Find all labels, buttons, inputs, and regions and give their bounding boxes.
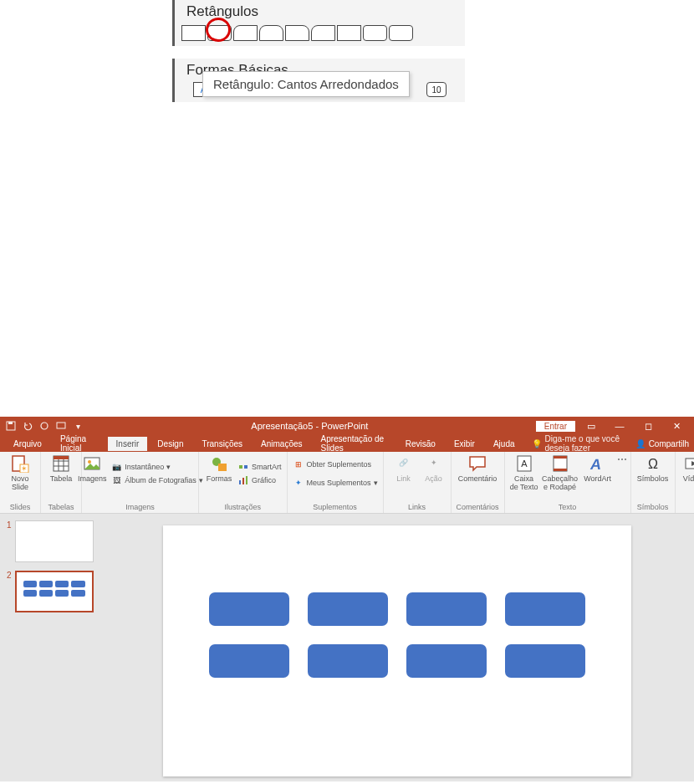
round-single-corner-shape[interactable] [311,25,335,41]
rounded-rectangle-shape-instance[interactable] [406,592,487,626]
svg-rect-20 [242,478,244,484]
screenshot-button[interactable]: 📷Instantâneo▾ [110,461,203,473]
svg-rect-3 [57,423,65,428]
group-links: 🔗 Link ✦ Ação Links [384,452,452,513]
header-footer-label: Cabeçalho e Rodapé [542,475,579,492]
video-button[interactable]: Vídeo [681,453,694,484]
tell-me-search[interactable]: 💡 Diga-me o que você deseja fazer [532,434,634,453]
slide-thumbnail-1[interactable] [15,520,94,562]
rounded-rectangle-shape-instance[interactable] [505,592,585,626]
round-opposite-shape[interactable] [389,25,413,41]
comment-button[interactable]: Comentário [457,453,498,484]
table-label: Tabela [50,475,73,484]
rounded-rectangle-shape-instance[interactable] [209,592,289,626]
share-button[interactable]: 👤 Compartilh [635,439,689,448]
shapes-gallery-panel: Retângulos [172,0,465,46]
signin-button[interactable]: Entrar [536,421,575,432]
group-slides: ✶ Novo Slide Slides [0,452,41,513]
comment-icon [467,453,487,474]
powerpoint-window: ▾ Apresentação5 - PowerPoint Entrar ▭ — … [0,417,694,781]
shapes-on-slide [163,525,631,678]
svg-point-2 [41,423,48,429]
pictures-label: Imagens [78,475,107,484]
svg-text:A: A [589,456,602,473]
group-illustrations: Formas SmartArt Gráfico Ilustrações [199,452,288,513]
numbered-shape[interactable]: 10 [426,82,447,97]
save-icon[interactable] [5,420,17,432]
wordart-button[interactable]: A WordArt [582,453,614,484]
screenshot-icon: 📷 [110,461,122,473]
header-footer-button[interactable]: Cabeçalho e Rodapé [542,453,579,492]
rounded-rectangle-shape-instance[interactable] [406,644,487,678]
group-addins: ⊞Obter Suplementos ✦Meus Suplementos▾ Su… [288,452,384,513]
textbox-label: Caixa de Texto [510,475,538,492]
symbols-group-label: Símbolos [637,501,669,511]
rounded-rectangle-shape-instance[interactable] [505,644,585,678]
rounded-rectangle-shape-instance[interactable] [209,644,289,678]
symbols-button[interactable]: Ω Símbolos [636,453,670,484]
group-text: A Caixa de Texto Cabeçalho e Rodapé A Wo… [505,452,631,513]
minimize-button[interactable]: — [607,421,632,431]
group-tables: Tabela Tabelas [41,452,82,513]
share-icon: 👤 [635,439,646,448]
tab-exibir[interactable]: Exibir [446,437,483,451]
action-button[interactable]: ✦ Ação [422,453,446,484]
rounded-rectangle-shape-instance[interactable] [308,644,388,678]
svg-rect-16 [218,464,227,471]
link-button[interactable]: 🔗 Link [389,453,419,484]
thumb-2-number: 2 [7,571,12,612]
snip-same-side-shape[interactable] [259,25,283,41]
group-media: Vídeo 🔊 Áudio Gravação de Tela Mídia [676,452,694,513]
tab-animacoes[interactable]: Animações [253,437,310,451]
tab-ajuda[interactable]: Ajuda [485,437,523,451]
textbox-button[interactable]: A Caixa de Texto [510,453,538,492]
ribbon-display-options-icon[interactable]: ▭ [579,421,604,432]
photo-album-icon: 🖼 [110,474,122,486]
tab-revisao[interactable]: Revisão [397,437,444,451]
table-button[interactable]: Tabela [46,453,76,484]
slides-group-label: Slides [10,501,31,511]
close-button[interactable]: ✕ [664,421,689,432]
addins-group-label: Suplementos [313,501,357,511]
pictures-button[interactable]: Imagens [77,453,107,484]
window-title: Apresentação5 - PowerPoint [84,421,536,431]
tab-inserir[interactable]: Inserir [108,437,148,451]
photo-album-label: Álbum de Fotografias [125,476,196,484]
smartart-icon [237,461,249,473]
tab-design[interactable]: Design [149,437,191,451]
my-addins-button[interactable]: ✦Meus Suplementos▾ [293,477,378,489]
quick-access-toolbar: ▾ [5,420,84,432]
comments-group-label: Comentários [457,501,499,511]
new-slide-button[interactable]: ✶ Novo Slide [5,453,35,492]
share-label: Compartilh [649,439,689,448]
maximize-button[interactable]: ◻ [635,421,661,432]
svg-rect-18 [244,465,247,469]
smartart-button[interactable]: SmartArt [237,461,282,473]
rounded-rectangle-shape-instance[interactable] [308,592,388,626]
video-label: Vídeo [683,475,694,484]
get-addins-label: Obter Suplementos [307,460,372,469]
store-icon: ⊞ [293,459,304,470]
illustrations-group-label: Ilustrações [224,501,261,511]
redo-icon[interactable] [38,420,50,432]
rectangle-shape[interactable] [181,25,206,41]
snip-single-corner-shape[interactable] [233,25,258,41]
rounded-rectangle-shape[interactable] [207,25,232,41]
slide-thumbnail-2[interactable] [15,571,94,612]
tab-transicoes[interactable]: Transições [193,437,251,451]
chart-button[interactable]: Gráfico [237,474,282,486]
links-group-label: Links [408,501,426,511]
shapes-button[interactable]: Formas [204,453,234,484]
svg-rect-1 [8,422,13,424]
text-group-label: Texto [559,501,577,511]
qat-dropdown-icon[interactable]: ▾ [72,420,84,432]
tab-arquivo[interactable]: Arquivo [5,437,50,451]
photo-album-button[interactable]: 🖼Álbum de Fotografias▾ [110,474,203,486]
get-addins-button[interactable]: ⊞Obter Suplementos [293,459,378,470]
round-diagonal-shape[interactable] [363,25,387,41]
round-same-side-shape[interactable] [337,25,361,41]
slide-canvas[interactable] [163,525,631,776]
start-from-beginning-icon[interactable] [55,420,67,432]
undo-icon[interactable] [22,420,33,432]
snip-diagonal-shape[interactable] [285,25,309,41]
